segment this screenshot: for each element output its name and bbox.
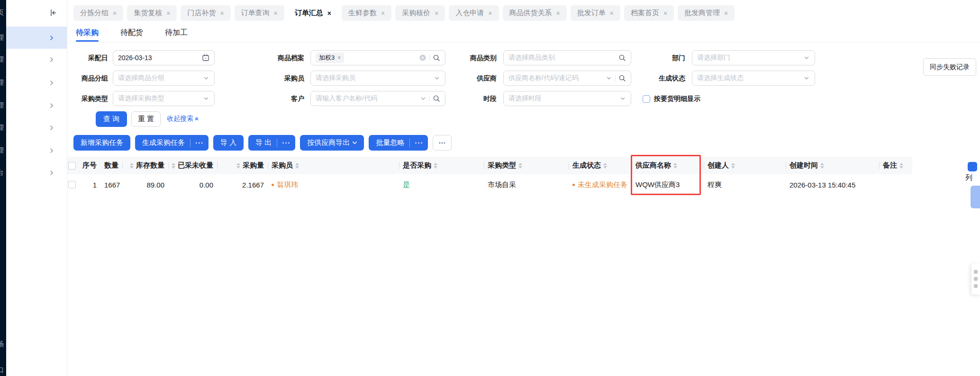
subtab-待加工[interactable]: 待加工 [165,26,188,42]
more-options-button[interactable]: ··· [410,139,428,147]
collapse-left-icon [49,9,57,17]
filter-label-supplier: 供应商 [422,71,497,86]
column-header-seq[interactable]: 序号 [80,157,100,174]
more-options-button[interactable]: ··· [191,139,209,147]
tab-label: 采购核价 [402,9,430,18]
chevron-right-icon [49,35,54,41]
collapse-search-link[interactable]: 收起搜索 « [167,115,199,123]
floating-widget[interactable] [971,263,980,295]
close-icon[interactable]: × [488,9,492,17]
cell-qty: 1667 [100,174,122,195]
more-options-button[interactable]: ··· [277,139,295,147]
close-icon[interactable]: × [220,9,224,17]
tab-门店补货[interactable]: 门店补货× [181,5,230,21]
date-filter-input[interactable]: 2026-03-13 [113,50,215,65]
column-header-purchase_type[interactable]: 采购类型 [484,157,569,174]
close-icon[interactable]: × [381,9,385,17]
toolbar-button-按供应商导出[interactable]: 按供应商导出 [300,135,364,151]
tab-生鲜参数[interactable]: 生鲜参数× [342,5,391,21]
cell-gen_status: 未生成采购任务 [569,174,632,195]
query-button[interactable]: 查 询 [96,111,127,127]
sync-failed-records-button[interactable]: 同步失败记录 [923,58,976,76]
sidebar-menu-item[interactable] [6,27,67,49]
toolbar-button-生成采购任务[interactable]: 生成采购任务··· [135,135,209,151]
close-icon[interactable]: × [166,9,170,17]
subtab-待配货[interactable]: 待配货 [120,26,143,42]
tab-商品供货关系[interactable]: 商品供货关系× [503,5,567,21]
row-checkbox[interactable] [68,181,76,188]
toolbar-button-批量忽略[interactable]: 批量忽略··· [369,135,428,151]
reset-button[interactable]: 重 置 [131,111,161,127]
tab-订单查询[interactable]: 订单查询× [235,5,284,21]
purchase-type-select[interactable]: 请选择采购类型 [113,91,215,106]
column-header-created_at[interactable]: 创建时间 [786,157,879,174]
column-header-purchased_unreceived_qty[interactable]: 已采未收量 [168,157,217,174]
tab-批发订单[interactable]: 批发订单× [571,5,620,21]
button-label: 批量忽略 [369,138,409,147]
tag-close-icon[interactable]: × [337,54,341,61]
sidebar-menu-item[interactable] [6,48,67,71]
action-toolbar: 新增采购任务生成采购任务···导 入导 出···按供应商导出批量忽略······ [73,135,452,151]
category-placeholder: 请选择商品类别 [508,54,555,62]
chevron-down-icon[interactable] [619,95,626,102]
sidebar-collapsed-text: 理 [0,54,6,64]
column-header-creator[interactable]: 创建人 [704,157,786,174]
close-icon[interactable]: × [435,9,438,17]
group-select[interactable]: 请选择商品分组 [113,71,215,86]
sort-icon [603,163,607,169]
toolbar-button-导 出[interactable]: 导 出··· [248,135,295,151]
column-header-stock_qty[interactable]: 库存数量 [122,157,168,174]
chevron-down-icon[interactable] [203,75,209,81]
sort-icon [899,163,903,169]
close-icon[interactable]: × [113,9,117,17]
tab-集货复核[interactable]: 集货复核× [127,5,177,21]
tab-分拣分组[interactable]: 分拣分组× [73,5,123,21]
chevron-down-icon[interactable] [803,75,810,81]
subtab-待采购[interactable]: 待采购 [76,26,99,42]
close-icon[interactable]: × [610,9,614,17]
period-select[interactable]: 请选择时段 [503,91,631,106]
sidebar-menu-item[interactable] [6,116,67,139]
column-header-purchase_qty[interactable]: 采购量 [217,157,268,174]
column-header-supplier_name[interactable]: 供应商名称 [632,157,704,174]
tab-订单汇总[interactable]: 订单汇总× [288,5,338,21]
close-icon[interactable]: × [556,9,560,17]
checkbox-icon[interactable] [643,95,650,103]
period-placeholder: 请选择时段 [508,94,542,103]
column-settings-icon[interactable] [968,162,977,171]
sidebar-menu-item[interactable] [6,161,67,184]
collapse-sidebar-button[interactable] [47,7,59,19]
tab-采购核价[interactable]: 采购核价× [395,5,445,21]
department-select[interactable]: 请选择部门 [692,50,815,65]
chevron-down-icon[interactable] [803,54,810,61]
table-row[interactable]: 1166789.000.002.1667翁琪玮是市场自采未生成采购任务WQW供应… [64,174,912,195]
column-header-remark[interactable]: 备注 [879,157,912,174]
sidebar-menu-item[interactable] [6,72,67,94]
sidebar-menu-item[interactable] [6,94,67,116]
more-actions-button[interactable]: ··· [433,135,452,151]
close-icon[interactable]: × [274,9,278,17]
sidebar-menu-item[interactable] [6,139,67,161]
toolbar-button-新增采购任务[interactable]: 新增采购任务 [73,135,130,151]
gen-status-select[interactable]: 请选择生成状态 [692,71,815,86]
cell-text: 89.00 [146,181,164,189]
close-icon[interactable]: × [327,9,331,17]
column-header-qty[interactable]: 数量 [100,157,122,174]
close-icon[interactable]: × [724,9,728,17]
toolbar-button-导 入[interactable]: 导 入 [213,135,244,151]
selected-tag[interactable]: 加权3 × [316,53,344,63]
select-all-checkbox[interactable] [68,162,76,170]
column-label: 采购员 [272,161,293,170]
close-icon[interactable]: × [663,9,667,17]
column-header-buyer[interactable]: 采购员 [268,157,399,174]
tab-批发商管理[interactable]: 批发商管理× [678,5,735,21]
filter-label-period: 时段 [422,91,497,106]
tab-档案首页[interactable]: 档案首页× [624,5,674,21]
chevron-down-icon[interactable] [203,95,209,102]
sort-icon [130,163,134,169]
calendar-icon[interactable] [202,54,209,62]
tab-入仓申请[interactable]: 入仓申请× [449,5,499,21]
column-header-is_purchased[interactable]: 是否采购 [399,157,484,174]
detail-display-checkbox[interactable]: 按要货明细显示 [643,95,700,103]
column-header-gen_status[interactable]: 生成状态 [569,157,632,174]
